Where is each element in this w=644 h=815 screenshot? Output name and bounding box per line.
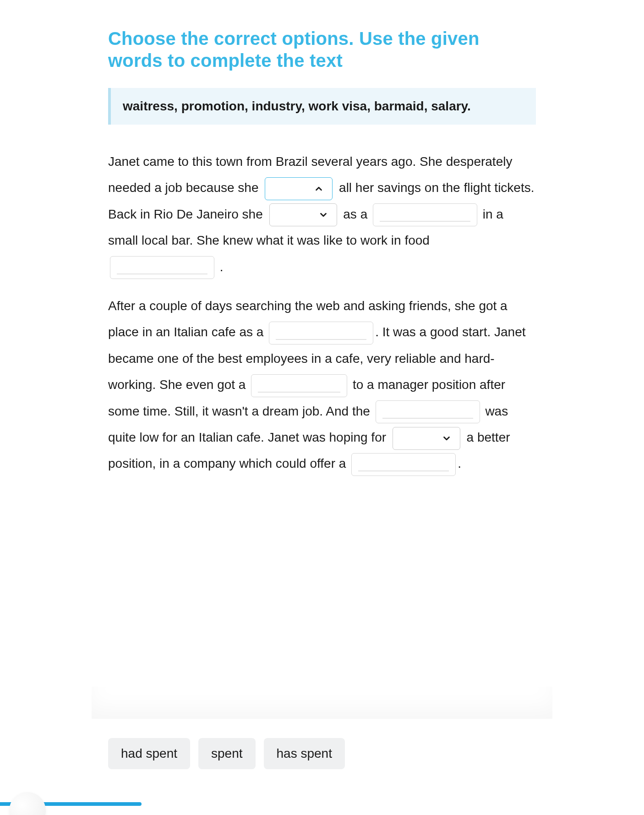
dropdown-1[interactable] [265,177,333,200]
wordbank: waitress, promotion, industry, work visa… [108,88,536,125]
answers-panel-shadow [92,687,552,719]
chevron-down-icon [442,433,452,443]
paragraph-2: Back in Rio De Janeiro she as a in a sma… [108,201,536,280]
option-chip[interactable]: spent [198,738,256,769]
option-chip[interactable]: has spent [264,738,345,769]
text-fragment: . [458,456,461,470]
paragraph-3: After a couple of days searching the web… [108,293,536,477]
fill-blank-4[interactable] [251,374,347,397]
fill-blank-5[interactable] [376,400,480,423]
dropdown-2[interactable] [269,203,337,226]
fill-blank-3[interactable] [269,322,373,345]
dropdown-3[interactable] [393,427,460,450]
text-fragment: . [216,260,224,274]
answer-options: had spent spent has spent [108,738,345,769]
text-fragment: as a [340,207,371,221]
text-fragment: Back in Rio De Janeiro she [108,207,267,221]
exercise-page: Choose the correct options. Use the give… [0,0,644,815]
paragraph-1: Janet came to this town from Brazil seve… [108,148,536,201]
exercise-title: Choose the correct options. Use the give… [108,27,536,71]
exercise-text: Janet came to this town from Brazil seve… [108,148,536,477]
fill-blank-2[interactable] [110,256,214,279]
help-button[interactable] [9,792,46,815]
chevron-up-icon [314,184,324,194]
fill-blank-6[interactable] [351,453,456,476]
option-chip[interactable]: had spent [108,738,190,769]
fill-blank-1[interactable] [373,203,477,226]
chevron-down-icon [318,210,328,220]
text-fragment: all her savings on the flight tickets. [335,181,534,195]
